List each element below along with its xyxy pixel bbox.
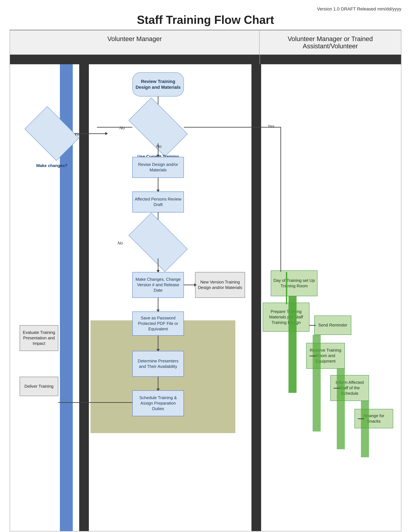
bg-green-bar [289, 296, 297, 393]
page-title: Staff Training Flow Chart [10, 13, 401, 30]
make-changes-box-shape: Make Changes, Change Version # and Relea… [132, 272, 184, 298]
determine-presenters-label: Determine Presenters and Their Availabil… [134, 358, 182, 369]
day-of-training-label: Day of Training set Up Training Room [273, 278, 316, 289]
bg-bar-dark-2 [252, 64, 261, 531]
changes-approved-diamond: Changes Approved? [132, 226, 184, 258]
arrow-prepare-to-day [286, 272, 287, 304]
no-label-use-current: No [156, 144, 161, 149]
new-version-shape: New Version Training Design and/or Mater… [195, 272, 245, 298]
bg-green-bar-3 [337, 369, 345, 449]
arrow-make-to-save [158, 298, 159, 311]
new-version-label: New Version Training Design and/or Mater… [197, 279, 243, 290]
arrow-no-left [97, 127, 132, 128]
determine-presenters-shape: Determine Presenters and Their Availabil… [132, 351, 184, 377]
prepare-materials-label: Prepare Training Materials per Staff Tra… [265, 309, 308, 325]
save-pdf-label: Save as Password Protected PDF File or E… [134, 315, 182, 332]
prepare-materials-shape: Prepare Training Materials per Staff Tra… [263, 303, 309, 332]
arrow-approved-to-make [158, 258, 159, 271]
diagram-area: Review Training Design and Materials Use… [10, 55, 401, 531]
yes-label-use-current: Yes [268, 124, 274, 129]
no-label-changes: No [118, 241, 123, 246]
evaluate-training-label: Evaluate Training Presentation and Impac… [22, 330, 56, 346]
lane-right-header: Volunteer Manager or Trained Assistant/V… [260, 30, 401, 55]
arrow-conn-2 [309, 356, 316, 356]
make-changes-label: Make changes? [29, 150, 74, 182]
arrow-use-to-revise [158, 143, 159, 156]
arrow-yes-use-current [184, 127, 280, 128]
review-training-label: Review Training Design and Materials [135, 79, 181, 90]
arrow-save-to-determine [158, 336, 159, 350]
review-training-shape: Review Training Design and Materials [132, 72, 184, 96]
make-changes-diamond: Make changes? [29, 117, 74, 150]
deliver-training-shape: Deliver Training [20, 377, 58, 396]
arrow-schedule-left [58, 402, 132, 403]
yes-label-make-changes: Yes [74, 132, 81, 137]
swimlane-header: Volunteer Manager Volunteer Manager or T… [10, 30, 401, 55]
bg-green-bar-2 [313, 335, 321, 431]
page: Version 1.0 DRAFT Released mm/dd/yyyy St… [0, 0, 411, 532]
revise-design-shape: Revise Design and/or Materials [132, 157, 184, 178]
save-pdf-shape: Save as Password Protected PDF File or E… [132, 312, 184, 336]
affected-persons-shape: Affected Persons Review Draft [132, 191, 184, 212]
arrow-yes-to-revise [74, 133, 107, 134]
arrow-determine-to-schedule [158, 377, 159, 390]
evaluate-training-shape: Evaluate Training Presentation and Impac… [20, 325, 58, 351]
top-dark-bar [10, 55, 401, 64]
no-label-1: No [120, 125, 125, 131]
revise-design-label: Revise Design and/or Materials [134, 162, 182, 173]
version-text: Version 1.0 DRAFT Released mm/dd/yyyy [10, 6, 401, 12]
use-current-diamond: Use Current Training Design & Materials? [132, 111, 184, 143]
bg-green-bar-4 [361, 401, 369, 457]
arrowhead-new-version [194, 283, 197, 286]
arrow-conn-4 [358, 418, 364, 419]
send-reminder-shape: Send Reminder [314, 315, 351, 335]
schedule-training-label: Schedule Training & Assign Preparation D… [134, 395, 182, 411]
day-of-training-shape: Day of Training set Up Training Room [271, 270, 318, 296]
send-reminder-label: Send Reminder [318, 323, 347, 328]
make-changes-box-label: Make Changes, Change Version # and Relea… [134, 277, 182, 293]
lane-left-header: Volunteer Manager [10, 30, 260, 55]
affected-persons-label: Affected Persons Review Draft [134, 197, 182, 208]
arrow-make-to-new [184, 285, 195, 285]
arrow-conn-3 [334, 388, 340, 389]
arrow-conn-1 [309, 325, 316, 326]
arrow-revise-to-affected [158, 178, 159, 191]
schedule-training-shape: Schedule Training & Assign Preparation D… [132, 390, 184, 416]
arrow-yes-down [280, 127, 281, 272]
deliver-training-label: Deliver Training [24, 384, 54, 389]
arrowhead-right-1 [105, 132, 108, 135]
bg-olive [91, 320, 235, 433]
